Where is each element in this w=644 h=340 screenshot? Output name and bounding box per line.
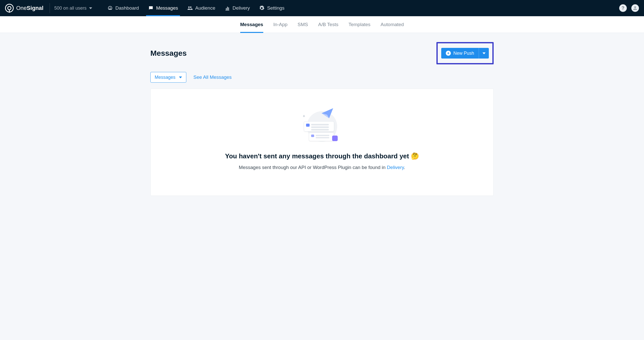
empty-state-illustration: ✦ bbox=[302, 109, 342, 145]
page-content: Messages + New Push Messages See All Mes… bbox=[142, 33, 502, 205]
empty-sub-before: Messages sent through our API or WordPre… bbox=[239, 165, 387, 170]
help-icon[interactable]: ? bbox=[619, 4, 627, 12]
filter-label: Messages bbox=[155, 75, 175, 80]
new-push-dropdown-button[interactable] bbox=[479, 48, 489, 59]
tab-messages[interactable]: Messages bbox=[240, 16, 263, 33]
new-push-button[interactable]: + New Push bbox=[441, 48, 479, 59]
top-nav-right: ? bbox=[619, 4, 639, 12]
filters-row: Messages See All Messages bbox=[150, 72, 494, 83]
nav-delivery[interactable]: Delivery bbox=[225, 0, 250, 16]
nav-dashboard-label: Dashboard bbox=[115, 5, 139, 11]
highlight-annotation: + New Push bbox=[436, 42, 494, 64]
chevron-down-icon bbox=[482, 52, 486, 54]
nav-messages-label: Messages bbox=[156, 5, 178, 11]
nav-audience[interactable]: Audience bbox=[187, 0, 215, 16]
bar-chart-icon bbox=[225, 5, 230, 11]
brand-name: OneSignal bbox=[16, 5, 44, 11]
message-type-filter[interactable]: Messages bbox=[150, 72, 186, 83]
tab-in-app[interactable]: In-App bbox=[273, 16, 288, 33]
top-nav: OneSignal 500 on all users Dashboard Mes… bbox=[0, 0, 644, 16]
page-title: Messages bbox=[150, 49, 187, 58]
primary-nav: Dashboard Messages Audience Delivery Set… bbox=[107, 0, 619, 16]
brand[interactable]: OneSignal bbox=[5, 4, 49, 12]
tab-templates-label: Templates bbox=[349, 22, 371, 27]
tab-sms[interactable]: SMS bbox=[298, 16, 308, 33]
new-push-label: New Push bbox=[453, 51, 474, 56]
tab-in-app-label: In-App bbox=[273, 22, 288, 27]
empty-state-title: You haven't sent any messages through th… bbox=[161, 152, 483, 160]
tab-messages-label: Messages bbox=[240, 22, 263, 27]
chevron-down-icon bbox=[179, 77, 182, 78]
tab-automated[interactable]: Automated bbox=[380, 16, 404, 33]
nav-audience-label: Audience bbox=[195, 5, 215, 11]
nav-messages[interactable]: Messages bbox=[148, 0, 178, 16]
page-header: Messages + New Push bbox=[150, 42, 494, 64]
divider bbox=[50, 3, 50, 13]
plus-circle-icon: + bbox=[446, 51, 451, 56]
nav-settings[interactable]: Settings bbox=[259, 0, 285, 16]
nav-settings-label: Settings bbox=[267, 5, 285, 11]
brand-name-bold: Signal bbox=[27, 5, 44, 11]
chat-icon bbox=[148, 5, 154, 11]
new-push-button-group: + New Push bbox=[441, 48, 489, 59]
gauge-icon bbox=[107, 5, 113, 11]
onesignal-logo-icon bbox=[5, 4, 14, 12]
empty-sub-after: . bbox=[404, 165, 405, 170]
sub-nav: Messages In-App SMS A/B Tests Templates … bbox=[0, 16, 644, 33]
nav-dashboard[interactable]: Dashboard bbox=[107, 0, 139, 16]
paper-plane-icon bbox=[321, 108, 333, 118]
see-all-messages-link[interactable]: See All Messages bbox=[193, 74, 232, 80]
app-switcher-label: 500 on all users bbox=[54, 6, 87, 11]
delivery-link[interactable]: Delivery bbox=[387, 165, 404, 170]
empty-state-subtitle: Messages sent through our API or WordPre… bbox=[161, 165, 483, 170]
tab-ab-tests-label: A/B Tests bbox=[318, 22, 338, 27]
tab-ab-tests[interactable]: A/B Tests bbox=[318, 16, 338, 33]
chevron-down-icon bbox=[89, 7, 92, 9]
nav-delivery-label: Delivery bbox=[233, 5, 250, 11]
tab-sms-label: SMS bbox=[298, 22, 308, 27]
app-switcher[interactable]: 500 on all users bbox=[54, 6, 92, 11]
gear-icon bbox=[259, 5, 265, 11]
tab-automated-label: Automated bbox=[380, 22, 404, 27]
avatar[interactable] bbox=[631, 4, 639, 12]
tab-templates[interactable]: Templates bbox=[349, 16, 371, 33]
empty-state-card: ✦ You haven't sent any messages through … bbox=[150, 89, 494, 196]
brand-name-light: One bbox=[16, 5, 27, 11]
users-icon bbox=[187, 5, 193, 11]
